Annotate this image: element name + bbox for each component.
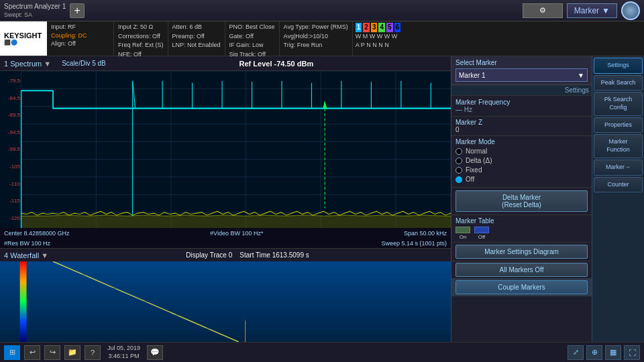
side-buttons: Settings Peak Search Pk SearchConfig Pro…	[592, 56, 644, 342]
marker-table-off-toggle[interactable]: Off	[474, 227, 489, 240]
title-text: Spectrum Analyzer 1 Swept: SA	[4, 3, 66, 19]
properties-button[interactable]: Properties	[594, 117, 643, 133]
gear-icon: ⚙	[539, 6, 546, 15]
forward-icon: ↪	[50, 348, 56, 357]
chevron-down-icon: ▼	[602, 6, 610, 15]
all-markers-off-button[interactable]: All Markers Off	[455, 263, 588, 277]
spectrum-graph[interactable]: -79.5 -84.5 -89.5 -94.5 -99.5 -105 -110 …	[0, 71, 451, 228]
spinner-button[interactable]	[621, 1, 640, 20]
expand-icon: ⛶	[629, 349, 636, 357]
scale-label: Scale/Div 5 dB	[62, 60, 106, 67]
waterfall-title: 4 Waterfall	[4, 251, 39, 259]
main-container: 1 Spectrum ▼ Scale/Div 5 dB Ref Level -7…	[0, 56, 644, 342]
waterfall-header: 4 Waterfall ▼ Display Trace 0 Start Time…	[0, 248, 451, 261]
chat-button[interactable]: 💬	[147, 345, 163, 360]
dropdown-arrow-icon: ▼	[41, 251, 48, 259]
add-button[interactable]: +	[70, 3, 85, 18]
radio-delta	[455, 158, 462, 164]
marker-frequency-section: Marker Frequency — Hz	[451, 96, 592, 117]
crosshair-icon: ⊕	[592, 348, 598, 357]
marker-z-section: Marker Z 0	[451, 117, 592, 136]
couple-markers-section: Couple Markers	[451, 278, 592, 296]
waterfall-svg	[0, 261, 451, 342]
folder-button[interactable]: 📁	[64, 345, 80, 360]
svg-rect-42	[20, 261, 27, 342]
grid-button[interactable]: ▦	[605, 345, 621, 360]
forward-button[interactable]: ↪	[44, 345, 60, 360]
radio-normal	[455, 148, 462, 155]
windows-button[interactable]: ⊞	[4, 345, 20, 360]
marker-arrow-button[interactable]: Marker→	[594, 160, 643, 176]
crosshair-button[interactable]: ⊕	[586, 345, 602, 360]
radio-off	[455, 176, 462, 183]
svg-line-21	[133, 81, 136, 109]
info-bar: KEYSIGHT ⬛🔵 Input: RF Coupling: DC Align…	[0, 21, 644, 56]
spectrum-svg	[0, 71, 451, 228]
toggle-on-box	[455, 227, 470, 233]
info-corrections: Input Z: 50 Ω Corrections: Off Freq Ref:…	[114, 21, 168, 56]
settings-section: Marker Settings Diagram	[451, 243, 592, 261]
back-icon: ↩	[30, 348, 36, 357]
keysight-logo: KEYSIGHT ⬛🔵	[0, 21, 47, 56]
taskbar: ⊞ ↩ ↪ 📁 ? Jul 05, 2019 3:46:11 PM 💬 ⤢ ⊕ …	[0, 342, 644, 362]
info-pno: PNO: Best Close Gate: Off IF Gain: Low S…	[225, 21, 280, 56]
grid-icon: ▦	[610, 348, 616, 357]
back-button[interactable]: ↩	[24, 345, 40, 360]
windows-icon: ⊞	[9, 348, 15, 357]
svg-marker-33	[323, 101, 327, 109]
info-markers: 1 2 3 4 5 6 W M W W W W A P N N N N	[353, 21, 403, 56]
radio-fixed	[455, 167, 462, 174]
marker-mode-off[interactable]: Off	[455, 176, 588, 183]
info-avg: Avg Type: Power (RMS) Avg|Hold:>10/10 Tr…	[280, 21, 353, 56]
right-panel: Select Marker Marker 1 ▼ Settings Marker…	[451, 56, 592, 342]
marker-settings-diagram-button[interactable]: Marker Settings Diagram	[455, 245, 588, 259]
info-input: Input: RF Coupling: DC Align: Off	[47, 21, 114, 56]
help-button[interactable]: ?	[85, 345, 101, 360]
gear-button[interactable]: ⚙	[523, 3, 563, 18]
marker-mode-fixed[interactable]: Fixed	[455, 166, 588, 174]
buttons-section: Delta Marker(Reset Delta)	[451, 188, 592, 215]
title-bar: Spectrum Analyzer 1 Swept: SA + ⚙ Marker…	[0, 0, 644, 21]
spectrum-status: Center 8.42858000 GHz #Video BW 100 Hz* …	[0, 228, 451, 239]
marker-mode-delta[interactable]: Delta (Δ)	[455, 157, 588, 164]
toggle-off-box	[474, 227, 489, 233]
peak-search-button[interactable]: Peak Search	[594, 75, 643, 91]
marker-mode-normal[interactable]: Normal	[455, 147, 588, 155]
folder-icon: 📁	[68, 348, 77, 357]
settings-tab: Settings	[451, 85, 592, 96]
info-atten: Atten: 6 dB Preamp: Off LNP: Not Enabled	[168, 21, 225, 56]
taskbar-date: Jul 05, 2019 3:46:11 PM	[107, 345, 140, 360]
chat-icon: 💬	[150, 348, 160, 357]
couple-markers-button[interactable]: Couple Markers	[455, 280, 588, 294]
marker-button[interactable]: Marker ▼	[567, 3, 617, 18]
spectrum-header: 1 Spectrum ▼ Scale/Div 5 dB Ref Level -7…	[0, 56, 451, 71]
marker-table-section: Marker Table On Off	[451, 215, 592, 243]
marker-table-on-toggle[interactable]: On	[455, 227, 470, 240]
delta-marker-button[interactable]: Delta Marker(Reset Delta)	[455, 190, 588, 212]
settings-side-button[interactable]: Settings	[594, 58, 643, 74]
dropdown-arrow-icon: ▼	[44, 60, 51, 68]
waterfall-info: Display Trace 0 Start Time 1613.5099 s	[186, 251, 309, 259]
center-left: 1 Spectrum ▼ Scale/Div 5 dB Ref Level -7…	[0, 56, 451, 342]
select-marker-section: Select Marker Marker 1 ▼	[451, 56, 592, 85]
spectrum-status2: #Res BW 100 Hz Sweep 5.14 s (1001 pts)	[0, 239, 451, 248]
marker-mode-section: Marker Mode Normal Delta (Δ) Fixed Off	[451, 136, 592, 188]
question-icon: ?	[91, 349, 95, 357]
taskbar-right: ⤢ ⊕ ▦ ⛶	[568, 345, 640, 360]
move-button[interactable]: ⤢	[568, 345, 584, 360]
marker-function-button[interactable]: MarkerFunction	[594, 134, 643, 158]
counter-button[interactable]: Counter	[594, 177, 643, 193]
move-icon: ⤢	[573, 348, 579, 357]
select-marker-dropdown[interactable]: Marker 1 ▼	[455, 68, 588, 82]
svg-marker-16	[21, 215, 451, 228]
expand-button[interactable]: ⛶	[624, 345, 640, 360]
ref-level: Ref Level -74.50 dBm	[239, 60, 314, 68]
chevron-down-icon: ▼	[578, 72, 584, 79]
pk-search-config-button[interactable]: Pk SearchConfig	[594, 92, 643, 115]
spectrum-title: 1 Spectrum	[4, 60, 42, 68]
all-markers-off-container: All Markers Off	[451, 261, 592, 278]
waterfall-graph[interactable]: 238	[0, 261, 451, 342]
